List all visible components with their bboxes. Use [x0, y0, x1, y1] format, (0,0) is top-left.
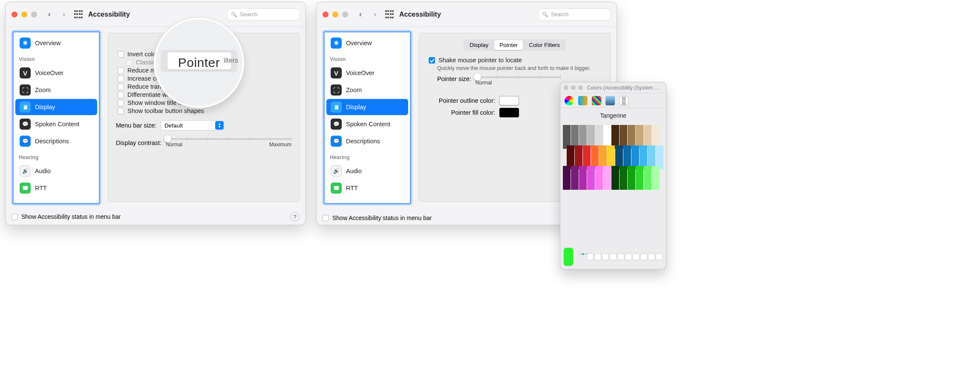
pencil-swatch[interactable] [652, 166, 660, 190]
close-icon[interactable] [564, 85, 568, 90]
sidebar-item-voiceover[interactable]: VoiceOver [326, 65, 408, 81]
recent-slot[interactable] [648, 253, 655, 260]
image-mode-icon[interactable] [605, 96, 615, 105]
toolbar: ‹ › Accessibility Search [317, 2, 617, 27]
sidebar-item-spoken[interactable]: Spoken Content [326, 116, 408, 132]
checkbox-icon[interactable] [118, 75, 124, 82]
slider-knob[interactable] [474, 73, 481, 81]
fill-color-swatch[interactable] [499, 108, 519, 117]
pencil-swatch[interactable] [611, 166, 619, 190]
checkbox-icon[interactable] [323, 215, 329, 221]
sidebar-section-vision: Vision [325, 52, 410, 64]
colorpanel-modes: |||||||| [560, 93, 666, 108]
search-icon [231, 11, 237, 17]
checkbox-icon[interactable] [118, 67, 124, 74]
outline-color-swatch[interactable] [499, 96, 519, 105]
close-icon[interactable] [12, 12, 17, 17]
minimize-icon[interactable] [571, 85, 576, 90]
pencil-swatch[interactable] [587, 166, 595, 190]
tab-color-filters[interactable]: Color Filters [524, 40, 565, 50]
sliders-mode-icon[interactable] [578, 96, 588, 105]
pencil-swatch[interactable] [579, 166, 587, 190]
checkbox-icon[interactable] [12, 214, 18, 220]
wheel-mode-icon[interactable] [565, 96, 574, 105]
pencils-mode-icon[interactable]: |||||||| [619, 96, 628, 105]
search-field[interactable]: Search [227, 9, 300, 20]
pointer-size-slider[interactable] [476, 76, 561, 78]
descriptions-icon [331, 136, 342, 147]
checkbox-icon[interactable] [118, 108, 124, 114]
recent-slot[interactable] [656, 253, 663, 260]
pencil-swatch[interactable] [571, 166, 579, 190]
back-button[interactable]: ‹ [45, 10, 54, 19]
footer-label: Show Accessibility status in menu bar [332, 215, 432, 221]
pencil-swatch[interactable] [603, 166, 611, 190]
recent-slot[interactable] [602, 253, 609, 260]
sidebar: Overview Vision VoiceOver Zoom Display S… [323, 31, 411, 204]
eyedropper-icon[interactable]: 💉 [572, 249, 588, 265]
sidebar-item-voiceover[interactable]: VoiceOver [15, 65, 97, 81]
checkbox-icon[interactable] [118, 92, 124, 98]
recent-slot[interactable] [625, 253, 632, 260]
sidebar-item-overview[interactable]: Overview [15, 35, 97, 51]
sidebar-item-descriptions[interactable]: Descriptions [326, 133, 408, 149]
chevron-updown-icon: ▲▼ [215, 121, 224, 130]
pencil-swatch[interactable] [628, 166, 635, 190]
recent-slot[interactable] [633, 253, 640, 260]
sidebar-item-display[interactable]: Display [326, 99, 408, 115]
window-title: Accessibility [88, 11, 130, 18]
recent-slot[interactable] [587, 253, 594, 260]
pencil-swatch[interactable] [563, 166, 571, 190]
zoom-window-icon[interactable] [578, 85, 583, 90]
pencil-swatch[interactable] [620, 166, 627, 190]
help-button[interactable]: ? [290, 212, 300, 221]
back-button[interactable]: ‹ [356, 10, 365, 19]
close-icon[interactable] [323, 12, 329, 17]
opt-toolbar-shapes[interactable]: Show toolbar button shapes [118, 107, 291, 114]
checkbox-icon[interactable] [118, 84, 124, 90]
sidebar-section-hearing: Hearing [14, 150, 99, 162]
checkbox-icon[interactable] [429, 57, 435, 64]
palettes-mode-icon[interactable] [592, 96, 601, 105]
recent-slot[interactable] [640, 253, 647, 260]
display-contrast-slider[interactable] [166, 138, 291, 140]
checkbox-icon[interactable] [118, 100, 124, 106]
sidebar-item-spoken[interactable]: Spoken Content [15, 116, 97, 132]
recent-slot[interactable] [617, 253, 624, 260]
tab-display[interactable]: Display [464, 40, 493, 50]
search-field[interactable]: Search [538, 9, 611, 20]
sidebar-item-display[interactable]: Display [15, 99, 97, 115]
window-title: Accessibility [399, 11, 441, 18]
recent-colors [587, 253, 663, 260]
recent-slot[interactable] [610, 253, 617, 260]
zoom-window-icon[interactable] [342, 12, 348, 17]
sidebar-item-audio[interactable]: Audio [326, 163, 408, 179]
checkbox-icon[interactable] [118, 51, 124, 58]
forward-button[interactable]: › [59, 10, 69, 19]
spoken-icon [331, 119, 342, 130]
sidebar-item-descriptions[interactable]: Descriptions [15, 133, 97, 149]
selected-color-swatch[interactable] [564, 248, 573, 266]
pencil-swatch[interactable] [644, 166, 651, 190]
pencil-swatch[interactable] [636, 166, 643, 190]
tab-pointer[interactable]: Pointer [494, 40, 523, 50]
sidebar-item-zoom[interactable]: Zoom [15, 82, 97, 98]
sidebar-item-overview[interactable]: Overview [326, 35, 408, 51]
zoom-window-icon[interactable] [31, 12, 37, 17]
sidebar-item-audio[interactable]: Audio [15, 163, 97, 179]
minimize-icon[interactable] [21, 12, 27, 17]
sidebar-item-zoom[interactable]: Zoom [326, 82, 408, 98]
menu-bar-size-select[interactable]: Default ▲▼ [161, 120, 225, 130]
show-all-icon[interactable] [385, 10, 394, 19]
spoken-icon [20, 119, 31, 130]
sidebar: Overview Vision VoiceOver Zoom Display S… [12, 31, 100, 204]
minimize-icon[interactable] [332, 12, 338, 17]
pencil-swatch[interactable] [595, 166, 603, 190]
sidebar-item-rtt[interactable]: RTT [326, 180, 408, 196]
show-all-icon[interactable] [74, 10, 83, 19]
sidebar-item-rtt[interactable]: RTT [15, 180, 97, 196]
segmented-control: Display Pointer Color Filters [464, 39, 566, 51]
forward-button[interactable]: › [370, 10, 380, 19]
opt-shake[interactable]: Shake mouse pointer to locate [429, 57, 602, 64]
recent-slot[interactable] [594, 253, 601, 260]
